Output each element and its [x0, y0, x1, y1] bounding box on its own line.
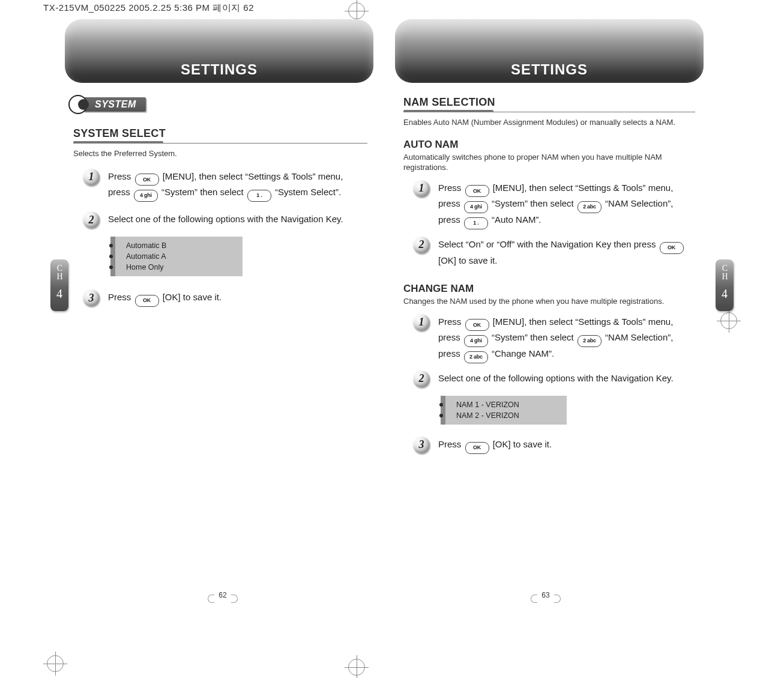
- ch-letter: H: [716, 273, 734, 281]
- ok-key-icon: [135, 174, 159, 186]
- heading-underline: [403, 110, 695, 114]
- heading-underline: [73, 141, 367, 145]
- step-number: 1: [83, 169, 100, 186]
- key-1-icon: [247, 190, 271, 202]
- subheading-auto-nam: AUTO NAM: [403, 139, 704, 151]
- step-1-change: 1 Press [MENU], then select “Settings & …: [413, 315, 695, 363]
- subheading-change-nam: CHANGE NAM: [403, 283, 704, 295]
- ch-number: 4: [716, 287, 734, 301]
- option-item: Home Only: [124, 262, 234, 273]
- step-text: Press [MENU], then select “Settings & To…: [108, 170, 365, 202]
- banner-title: SETTINGS: [511, 61, 588, 78]
- cropmark-mid-icon: [47, 655, 64, 672]
- key-2-icon: [577, 201, 602, 213]
- option-item: NAM 2 - VERIZON: [454, 410, 558, 421]
- key-2-icon: [577, 335, 602, 347]
- banner-settings-right: SETTINGS: [395, 19, 704, 83]
- option-item: NAM 1 - VERIZON: [454, 399, 558, 410]
- step-2-change: 2 Select one of the following options wi…: [413, 372, 695, 387]
- key-4-icon: [464, 201, 488, 213]
- step-3-change: 3 Press [OK] to save it.: [413, 438, 695, 454]
- ok-key-icon: [465, 442, 489, 454]
- key-1-icon: [464, 217, 488, 229]
- section-tag-system: SYSTEM: [68, 95, 146, 114]
- print-header: TX-215VM_050225 2005.2.25 5:36 PM 페이지 62: [43, 2, 254, 14]
- step-text: Select “On” or “Off” with the Navigation…: [438, 238, 695, 267]
- step-text: Press [OK] to save it.: [438, 438, 552, 454]
- step-1-auto: 1 Press [MENU], then select “Settings & …: [413, 181, 695, 229]
- options-system-select: Automatic B Automatic A Home Only: [110, 237, 243, 276]
- banner-settings-left: SETTINGS: [65, 19, 373, 83]
- step-number: 3: [83, 289, 100, 306]
- section-tag-label: SYSTEM: [83, 97, 146, 112]
- step-2-auto: 2 Select “On” or “Off” with the Navigati…: [413, 238, 695, 267]
- page-left: SETTINGS SYSTEM SYSTEM SELECT Selects th…: [61, 17, 384, 623]
- page-right: SETTINGS NAM SELECTION Enables Auto NAM …: [384, 17, 707, 623]
- section-tag-dot-icon: [68, 95, 88, 114]
- cropmark-right-icon: [720, 312, 737, 329]
- page-number-left: 62: [213, 591, 233, 605]
- banner-title: SETTINGS: [181, 61, 258, 78]
- cropmark-bottom-icon: [348, 659, 365, 676]
- ok-key-icon: [465, 319, 489, 331]
- desc-auto-nam: Automatically switches phone to proper N…: [403, 152, 692, 173]
- step-number: 2: [413, 237, 430, 253]
- option-item: Automatic A: [124, 251, 234, 262]
- step-1: 1 Press [MENU], then select “Settings & …: [83, 170, 365, 202]
- step-text: Press [MENU], then select “Settings & To…: [438, 315, 695, 363]
- step-3: 3 Press [OK] to save it.: [83, 291, 365, 307]
- ok-key-icon: [660, 242, 684, 254]
- ok-key-icon: [135, 295, 159, 307]
- desc-system-select: Selects the Preferred System.: [73, 148, 361, 159]
- option-item: Automatic B: [124, 240, 234, 251]
- step-text: Select one of the following options with…: [108, 213, 343, 226]
- desc-change-nam: Changes the NAM used by the phone when y…: [403, 296, 692, 307]
- page-number-right: 63: [535, 591, 556, 605]
- heading-nam-selection: NAM SELECTION: [403, 96, 495, 109]
- options-change-nam: NAM 1 - VERIZON NAM 2 - VERIZON: [441, 396, 567, 425]
- options-bar-icon: [441, 396, 445, 425]
- key-4-icon: [464, 335, 488, 347]
- step-2: 2 Select one of the following options wi…: [83, 213, 365, 228]
- step-number: 1: [413, 314, 430, 331]
- desc-nam-selection: Enables Auto NAM (Number Assignment Modu…: [403, 117, 692, 128]
- ch-letter: C: [716, 264, 734, 273]
- step-text: Press [MENU], then select “Settings & To…: [438, 181, 695, 229]
- key-2-icon: [464, 351, 488, 363]
- step-number: 2: [83, 211, 100, 228]
- step-number: 2: [413, 371, 430, 387]
- ok-key-icon: [465, 185, 489, 197]
- step-text: Press [OK] to save it.: [108, 291, 222, 307]
- step-number: 3: [413, 437, 430, 453]
- key-4-icon: [134, 190, 158, 202]
- heading-system-select: SYSTEM SELECT: [73, 127, 166, 140]
- chapter-tab-right: C H 4: [716, 259, 734, 311]
- step-number: 1: [413, 180, 430, 197]
- step-text: Select one of the following options with…: [438, 372, 674, 386]
